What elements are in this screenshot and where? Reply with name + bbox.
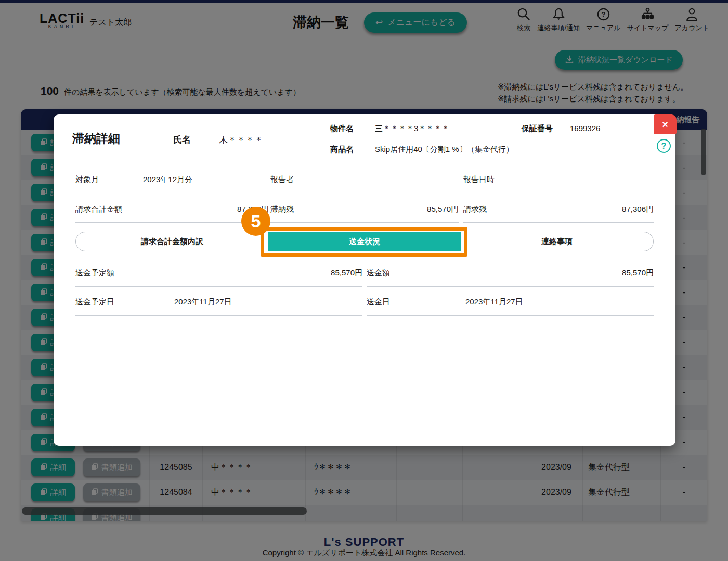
planned-date-value: 2023年11月27日 bbox=[174, 297, 232, 307]
name-label: 氏名 bbox=[173, 134, 191, 146]
tab-remittance-status[interactable]: 送金状況 bbox=[268, 232, 461, 251]
billing-total-label: 請求合計金額 bbox=[75, 205, 122, 214]
modal-tabbar: 請求合計金額内訳 送金状況 連絡事項 bbox=[75, 232, 654, 251]
field-planned-amount: 送金予定額 85,570円 bbox=[75, 259, 362, 287]
target-month-value: 2023年12月分 bbox=[143, 175, 192, 185]
sent-amount-label: 送金額 bbox=[367, 268, 390, 278]
billing-balance-label: 請求残 bbox=[463, 205, 487, 214]
property-value: 三＊＊＊＊3＊＊＊＊ bbox=[375, 124, 449, 134]
name-value: 木＊＊＊＊ bbox=[219, 134, 263, 146]
product-label: 商品名 bbox=[330, 145, 354, 155]
planned-amount-value: 85,570円 bbox=[331, 268, 362, 278]
guarantee-number-value: 1699326 bbox=[570, 124, 600, 133]
report-datetime-label: 報告日時 bbox=[463, 175, 531, 185]
billing-balance-value: 87,306円 bbox=[622, 205, 654, 214]
target-month-label: 対象月 bbox=[75, 175, 143, 185]
field-billing-balance: 請求残 87,306円 bbox=[463, 196, 654, 223]
arrears-detail-modal: × ? 滞納詳細 氏名 木＊＊＊＊ 物件名 三＊＊＊＊3＊＊＊＊ 保証番号 16… bbox=[54, 114, 675, 446]
arrears-balance-value: 85,570円 bbox=[427, 205, 459, 214]
field-report-datetime: 報告日時 bbox=[463, 167, 654, 193]
planned-amount-label: 送金予定額 bbox=[75, 268, 114, 278]
modal-title: 滞納詳細 bbox=[72, 131, 120, 147]
property-label: 物件名 bbox=[330, 124, 354, 134]
app: LACTii KANRI テスト太郎 滞納一覧 ↩ メニューにもどる 検索 連絡… bbox=[0, 0, 728, 561]
field-reporter: 報告者 bbox=[270, 167, 459, 193]
field-sent-amount: 送金額 85,570円 bbox=[367, 259, 654, 287]
field-planned-date: 送金予定日 2023年11月27日 bbox=[75, 288, 362, 316]
product-value: Skip居住用40〔分割1 %〕（集金代行） bbox=[375, 145, 514, 155]
modal-help-icon[interactable]: ? bbox=[657, 139, 671, 153]
field-arrears-balance: 滞納残 85,570円 bbox=[270, 196, 459, 223]
tab-billing-breakdown[interactable]: 請求合計金額内訳 bbox=[76, 232, 268, 251]
arrears-balance-label: 滞納残 bbox=[270, 205, 294, 214]
reporter-label: 報告者 bbox=[270, 175, 338, 185]
field-target-month: 対象月 2023年12月分 bbox=[75, 167, 269, 193]
billing-total-value: 87,306円 bbox=[237, 205, 269, 214]
guarantee-number-label: 保証番号 bbox=[522, 124, 553, 134]
sent-amount-value: 85,570円 bbox=[622, 268, 654, 278]
planned-date-label: 送金予定日 bbox=[75, 297, 174, 307]
sent-date-label: 送金日 bbox=[367, 297, 465, 307]
modal-close-button[interactable]: × bbox=[654, 114, 677, 134]
close-icon: × bbox=[662, 119, 668, 131]
field-sent-date: 送金日 2023年11月27日 bbox=[367, 288, 654, 316]
sent-date-value: 2023年11月27日 bbox=[465, 297, 523, 307]
tab-contact-notes[interactable]: 連絡事項 bbox=[461, 232, 653, 251]
field-billing-total: 請求合計金額 87,306円 bbox=[75, 196, 269, 223]
